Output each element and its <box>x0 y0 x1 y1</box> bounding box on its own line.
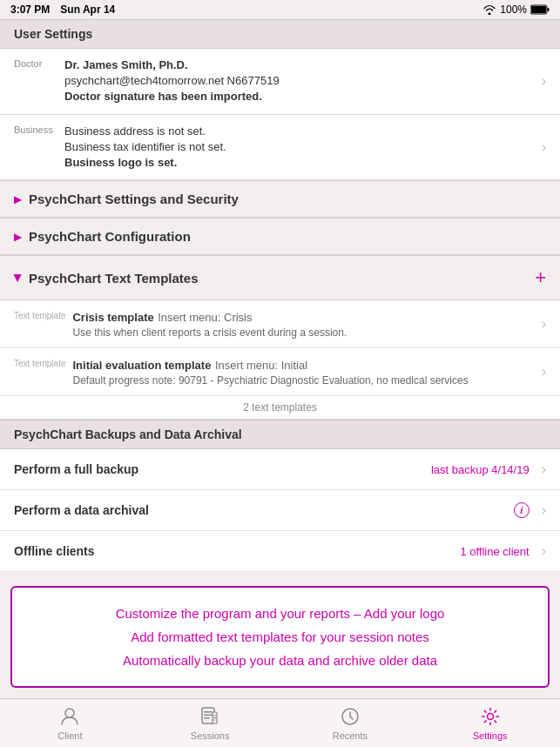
initial-template-desc: Default progress note: 90791 - Psychiatr… <box>72 374 468 387</box>
full-backup-row[interactable]: Perform a full backup last backup 4/14/1… <box>0 449 560 490</box>
initial-template-chevron: › <box>542 364 546 380</box>
crisis-template-label: Text template <box>14 309 65 339</box>
status-right: 100% <box>482 3 550 16</box>
tab-client[interactable]: Client <box>0 705 140 741</box>
battery-icon <box>530 4 550 15</box>
business-label: Business <box>14 124 57 172</box>
doctor-signature: Doctor signature has been imported. <box>64 89 535 104</box>
initial-template-name: Initial evaluation template <box>72 359 211 372</box>
tab-recents-label: Recents <box>333 730 368 741</box>
data-archival-title: Perform a data archival <box>14 503 149 517</box>
data-archival-chevron: › <box>542 502 546 518</box>
promo-line-1: Customize the program and your reports –… <box>26 602 534 625</box>
last-backup-date: last backup 4/14/19 <box>431 463 530 476</box>
settings-security-title: PsychChart Settings and Security <box>29 192 239 206</box>
user-settings-header: User Settings <box>0 19 560 49</box>
configuration-triangle: ▶ <box>14 231 22 243</box>
offline-clients-row[interactable]: Offline clients 1 offline client › <box>0 531 560 572</box>
promo-line-3: Automatically backup your data and archi… <box>26 649 534 672</box>
data-archival-row[interactable]: Perform a data archival i › <box>0 490 560 531</box>
full-backup-title: Perform a full backup <box>14 462 138 476</box>
add-template-button[interactable]: + <box>535 266 546 289</box>
initial-template-insert: Insert menu: Initial <box>215 359 307 372</box>
wifi-icon <box>482 4 496 15</box>
tab-recents[interactable]: Recents <box>280 705 421 741</box>
tab-sessions-label: Sessions <box>191 730 230 741</box>
crisis-template-insert: Insert menu: Crisis <box>158 311 252 324</box>
recents-icon <box>339 705 361 728</box>
client-icon <box>58 705 81 728</box>
doctor-email: psychchart@tech4tomorrow.net N6677519 <box>64 73 535 89</box>
offline-clients-chevron: › <box>542 543 546 559</box>
crisis-template-desc: Use this when client reports a crisis ev… <box>72 326 347 339</box>
settings-security-triangle: ▶ <box>14 193 22 205</box>
status-date: Sun Apr 14 <box>60 3 115 16</box>
svg-rect-7 <box>204 717 210 719</box>
archival-info-icon[interactable]: i <box>514 502 530 518</box>
doctor-label: Doctor <box>14 57 57 105</box>
tab-settings[interactable]: Settings <box>420 705 560 741</box>
crisis-template-name: Crisis template <box>72 311 153 324</box>
doctor-chevron: › <box>542 73 546 89</box>
full-backup-chevron: › <box>542 461 546 477</box>
tab-settings-label: Settings <box>473 730 508 741</box>
initial-template-label: Text template <box>14 357 65 387</box>
status-time: 3:07 PM <box>10 3 50 16</box>
text-templates-header[interactable]: ▶ PsychChart Text Templates + <box>0 255 560 300</box>
promo-box: Customize the program and your reports –… <box>10 586 550 688</box>
offline-clients-title: Offline clients <box>14 544 95 558</box>
svg-point-3 <box>65 709 74 717</box>
backups-header: PsychChart Backups and Data Archival <box>0 420 560 449</box>
svg-point-10 <box>487 714 493 720</box>
business-line1: Business address is not set. <box>64 124 535 139</box>
tab-sessions[interactable]: Sessions <box>140 705 280 741</box>
configuration-header[interactable]: ▶ PsychChart Configuration <box>0 218 560 255</box>
svg-rect-6 <box>204 715 213 717</box>
crisis-template-row[interactable]: Text template Crisis template Insert men… <box>0 300 560 348</box>
settings-security-header[interactable]: ▶ PsychChart Settings and Security <box>0 180 560 218</box>
doctor-row[interactable]: Doctor Dr. James Smith, Ph.D. psychchart… <box>0 49 560 115</box>
text-templates-title: PsychChart Text Templates <box>29 271 199 286</box>
svg-rect-5 <box>204 711 213 713</box>
text-templates-triangle: ▶ <box>12 274 24 282</box>
crisis-template-chevron: › <box>542 316 546 332</box>
status-bar: 3:07 PM Sun Apr 14 100% <box>0 0 560 19</box>
battery-level: 100% <box>500 3 527 16</box>
business-chevron: › <box>542 139 546 155</box>
svg-rect-1 <box>531 6 546 13</box>
configuration-title: PsychChart Configuration <box>29 229 191 244</box>
tab-bar: Client Sessions Recents Settings <box>0 698 560 747</box>
svg-rect-2 <box>548 8 550 11</box>
promo-line-2: Add formatted text templates for your se… <box>26 625 534 649</box>
initial-template-row[interactable]: Text template Initial evaluation templat… <box>0 348 560 396</box>
sessions-icon <box>199 705 221 728</box>
offline-client-count: 1 offline client <box>460 545 529 558</box>
doctor-name: Dr. James Smith, Ph.D. <box>64 57 535 73</box>
business-line2: Business tax identifier is not set. <box>64 139 535 155</box>
tab-client-label: Client <box>57 730 82 741</box>
business-row[interactable]: Business Business address is not set. Bu… <box>0 115 560 181</box>
template-count: 2 text templates <box>0 396 560 420</box>
business-line3: Business logo is set. <box>64 155 535 171</box>
settings-icon <box>479 705 502 728</box>
